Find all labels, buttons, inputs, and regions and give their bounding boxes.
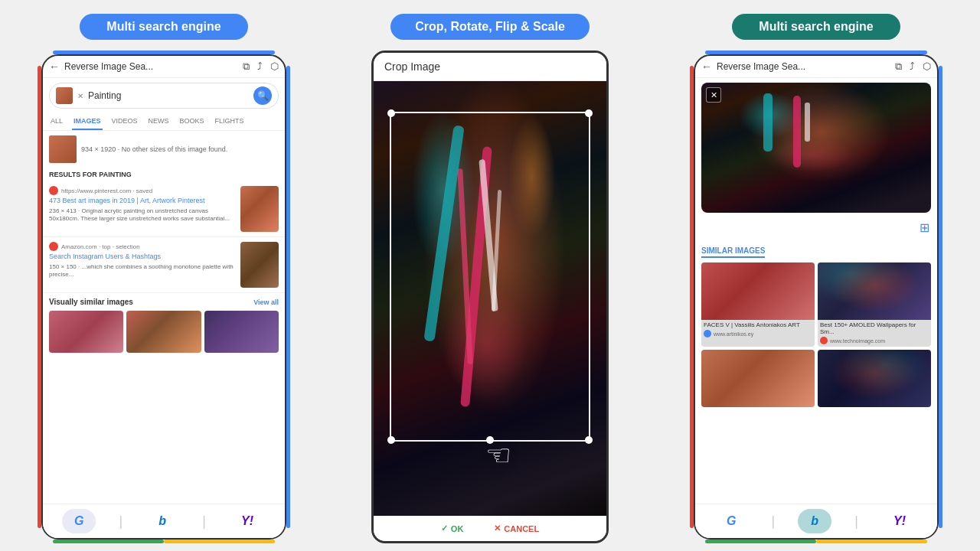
similar-grid-3: FACES V | Vassilis Antoniakos ART www.ar… — [701, 262, 931, 407]
result-desc-1: 236 × 413 · Original acrylic painting on… — [49, 207, 234, 223]
sim-item-4[interactable] — [818, 350, 931, 407]
copy-icon-1[interactable]: ⧉ — [243, 60, 250, 73]
sim-item-1[interactable]: FACES V | Vassilis Antoniakos ART www.ar… — [701, 262, 815, 347]
crop-corner-tr[interactable] — [585, 109, 593, 117]
similar-row-1 — [43, 311, 285, 359]
ok-label: OK — [451, 524, 464, 533]
separator-3a: | — [772, 514, 776, 530]
crop-ok-button[interactable]: ✓ OK — [441, 523, 464, 533]
yahoo-engine-btn-3[interactable]: Y! — [881, 509, 918, 533]
back-arrow-1[interactable]: ← — [49, 60, 60, 73]
crop-cancel-button[interactable]: ✕ CANCEL — [494, 523, 539, 533]
yahoo-icon-1: Y! — [241, 514, 253, 528]
focus-icon-3[interactable]: ⊞ — [920, 220, 929, 235]
panel2-badge: Crop, Rotate, Flip & Scale — [390, 14, 590, 40]
result-thumb-2 — [240, 242, 279, 288]
google-engine-btn-3[interactable]: G — [714, 509, 748, 533]
external-icon-1[interactable]: ⬡ — [270, 60, 279, 73]
similar-thumb-1 — [49, 311, 123, 353]
similar-thumb-3 — [204, 311, 279, 353]
phone-frame-3: ← Reverse Image Sea... ⧉ ⤴ ⬡ ✕ — [690, 51, 942, 543]
focus-row-3: ⊞ — [695, 217, 937, 238]
topbar-1: ← Reverse Image Sea... ⧉ ⤴ ⬡ — [43, 56, 285, 78]
tab-books[interactable]: BOOKS — [178, 113, 206, 130]
cancel-label: CANCEL — [504, 524, 539, 533]
main-image-3: ✕ — [701, 83, 931, 213]
hand-cursor-icon: ☜ — [485, 439, 511, 472]
crop-bottom-bar: ✓ OK ✕ CANCEL — [374, 516, 606, 541]
result-desc-2: 150 × 150 · ...which she combines a soot… — [49, 263, 234, 279]
search-button-1[interactable]: 🔍 — [253, 86, 272, 105]
sim-img-2 — [818, 262, 931, 320]
share-icon-1[interactable]: ⤴ — [257, 60, 263, 73]
bing-engine-btn-1[interactable]: b — [145, 509, 179, 533]
crop-corner-tl[interactable] — [387, 109, 395, 117]
result-thumb-1 — [240, 186, 279, 232]
back-arrow-3[interactable]: ← — [701, 60, 712, 73]
result-site-2: Amazon.com · top · selection — [49, 242, 234, 251]
tab-flights[interactable]: FLIGHTS — [214, 113, 246, 130]
similar-thumb-2 — [126, 311, 201, 353]
bottom-border-yellow-3 — [816, 540, 927, 543]
site-icon-1 — [49, 186, 58, 195]
panel1-badge: Multi search engine — [80, 14, 248, 40]
sim-site-2: www.technoimage.com — [818, 337, 931, 347]
site-name-2: Amazon.com · top · selection — [61, 243, 140, 250]
results-label-1: RESULTS FOR PAINTING — [43, 168, 285, 181]
search-clear-1[interactable]: ✕ — [77, 92, 83, 100]
sim-site-1: www.artinikos.ey — [701, 330, 815, 340]
phone-screen-3: ← Reverse Image Sea... ⧉ ⤴ ⬡ ✕ — [694, 54, 939, 540]
topbar-3: ← Reverse Image Sea... ⧉ ⤴ ⬡ — [695, 56, 937, 78]
panel-1: Multi search engine ← Reverse Image Sea.… — [1, 0, 327, 551]
yahoo-engine-btn-1[interactable]: Y! — [229, 509, 266, 533]
result-text-2: Amazon.com · top · selection Search Inst… — [49, 242, 234, 279]
result-item-2[interactable]: Amazon.com · top · selection Search Inst… — [43, 237, 285, 293]
copy-icon-3[interactable]: ⧉ — [895, 60, 902, 73]
similar-header-1: Visually similar images View all — [43, 293, 285, 311]
google-icon-1: G — [74, 514, 83, 528]
crop-overlay — [390, 112, 590, 442]
similar-label-1: Visually similar images — [49, 298, 133, 306]
tabs-row-1: ALL IMAGES VIDEOS NEWS BOOKS FLIGHTS — [43, 113, 285, 131]
tab-videos[interactable]: VIDEOS — [110, 113, 139, 130]
result-item-1[interactable]: https://www.pinterest.com · saved 473 Be… — [43, 181, 285, 237]
main-img-teal-3 — [763, 93, 773, 152]
right-border-blue — [286, 66, 290, 528]
view-all-1[interactable]: View all — [253, 298, 279, 306]
panel-2: Crop, Rotate, Flip & Scale Crop Image — [327, 0, 653, 551]
image-dimensions-1: 934 × 1920 · No other sizes of this imag… — [81, 145, 227, 153]
close-image-btn-3[interactable]: ✕ — [706, 87, 721, 103]
separator-3b: | — [854, 514, 858, 530]
separator-1b: | — [202, 514, 206, 530]
screen-title-1: Reverse Image Sea... — [64, 61, 238, 72]
bing-icon-1: b — [158, 514, 166, 528]
sim-img-4 — [818, 350, 931, 407]
topbar-icons-3: ⧉ ⤴ ⬡ — [895, 60, 931, 73]
bing-engine-btn-3[interactable]: b — [798, 509, 831, 533]
sim-caption-2: Best 150+ AMOLED Wallpapers for Sm... — [818, 320, 931, 337]
sim-item-2[interactable]: Best 150+ AMOLED Wallpapers for Sm... ww… — [818, 262, 931, 347]
sim-item-3[interactable] — [701, 350, 815, 407]
x-icon: ✕ — [494, 523, 501, 533]
right-border-blue-3 — [939, 66, 942, 528]
left-border-red — [38, 66, 41, 528]
sim-site-text-1: www.artinikos.ey — [714, 331, 753, 337]
tab-all[interactable]: ALL — [49, 113, 64, 130]
external-icon-3[interactable]: ⬡ — [923, 60, 931, 73]
result-title-1: 473 Best art images in 2019 | Art, Artwo… — [49, 197, 234, 206]
tab-images[interactable]: IMAGES — [72, 113, 103, 130]
share-icon-3[interactable]: ⤴ — [910, 60, 915, 73]
sim-site-icon-1 — [704, 330, 711, 337]
site-icon-2 — [49, 242, 58, 251]
main-img-colors-3 — [701, 83, 931, 213]
top-border-blue-3 — [705, 51, 927, 54]
top-border-blue — [53, 51, 275, 54]
result-text-1: https://www.pinterest.com · saved 473 Be… — [49, 186, 234, 223]
sim-site-icon-2 — [820, 337, 828, 344]
bottom-bar-3: G | b | Y! — [695, 504, 937, 538]
google-icon-3: G — [727, 514, 736, 528]
tab-news[interactable]: NEWS — [147, 113, 171, 130]
google-engine-btn-1[interactable]: G — [62, 509, 96, 533]
search-text-1[interactable]: Painting — [88, 90, 249, 101]
searchbar-1: ✕ Painting 🔍 — [49, 83, 279, 109]
